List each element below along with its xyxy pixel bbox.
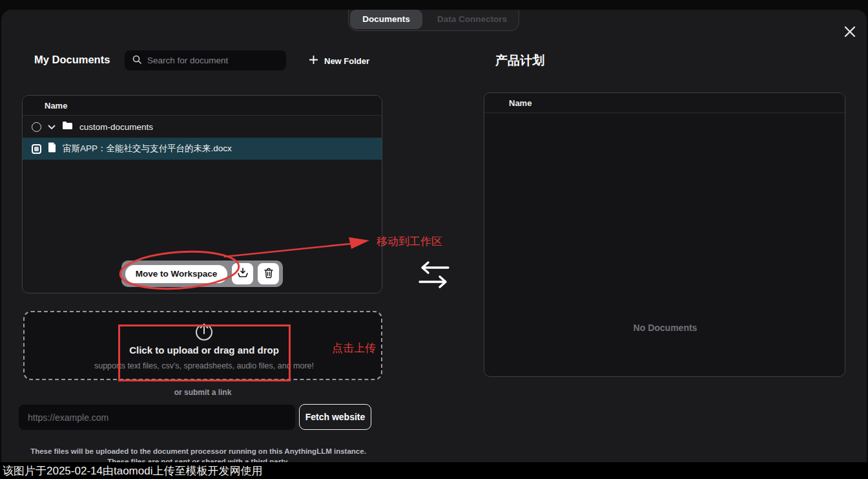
fetch-website-button[interactable]: Fetch website (299, 404, 371, 430)
new-folder-button[interactable]: New Folder (309, 52, 369, 69)
or-submit-link-label: or submit a link (23, 388, 382, 397)
annotation-move-label: 移动到工作区 (377, 234, 442, 249)
table-row-file-selected[interactable]: 宙斯APP：全能社交与支付平台的未来.docx (23, 138, 382, 160)
swap-arrows-icon (416, 259, 452, 290)
trash-icon (264, 268, 274, 281)
plus-icon (309, 55, 318, 67)
delete-button[interactable] (258, 263, 279, 284)
tab-documents[interactable]: Documents (350, 10, 422, 29)
selection-toolbar: Move to Workspace (121, 261, 283, 287)
screen: Documents Data Connectors My Documents S… (0, 0, 868, 479)
search-input[interactable]: Search for document (125, 50, 286, 70)
tab-data-connectors[interactable]: Data Connectors (428, 10, 517, 29)
download-tray-icon (237, 267, 249, 281)
folder-checkbox[interactable] (32, 122, 41, 132)
no-documents-label: No Documents (484, 323, 845, 333)
file-checkbox-checked[interactable] (32, 144, 41, 154)
move-to-workspace-button[interactable]: Move to Workspace (125, 265, 227, 283)
search-placeholder: Search for document (147, 56, 228, 65)
annotation-rectangle (118, 325, 291, 381)
search-icon (132, 55, 141, 67)
new-folder-label: New Folder (324, 56, 369, 66)
workspace-list-header: Name (484, 93, 845, 113)
document-modal: Documents Data Connectors My Documents S… (1, 10, 867, 462)
workspace-title: 产品计划 (495, 52, 544, 69)
workspace-documents-panel: Name No Documents (484, 92, 845, 377)
annotation-upload-label: 点击上传 (332, 341, 376, 356)
url-placeholder: https://example.com (28, 412, 108, 423)
privacy-note-line1: These files will be uploaded to the docu… (19, 446, 378, 456)
watermark-bar: 该图片于2025-02-14由taomodi上传至模板开发网使用 (0, 462, 868, 479)
folder-icon (62, 121, 73, 133)
list-header: Name (23, 96, 382, 116)
chevron-down-icon[interactable] (48, 121, 56, 133)
page-title: My Documents (34, 54, 110, 66)
modal-tabbar: Documents Data Connectors (348, 10, 519, 31)
file-row-label: 宙斯APP：全能社交与支付平台的未来.docx (63, 143, 232, 154)
table-row-folder[interactable]: custom-documents (23, 116, 382, 138)
close-icon[interactable] (841, 23, 859, 41)
url-input[interactable]: https://example.com (19, 405, 295, 430)
file-icon (48, 142, 56, 155)
name-column-header: Name (45, 101, 67, 111)
watermark-text: 该图片于2025-02-14由taomodi上传至模板开发网使用 (3, 463, 262, 478)
workspace-name-column-header: Name (509, 98, 532, 108)
folder-row-label: custom-documents (79, 122, 153, 132)
pin-download-button[interactable] (232, 263, 253, 284)
